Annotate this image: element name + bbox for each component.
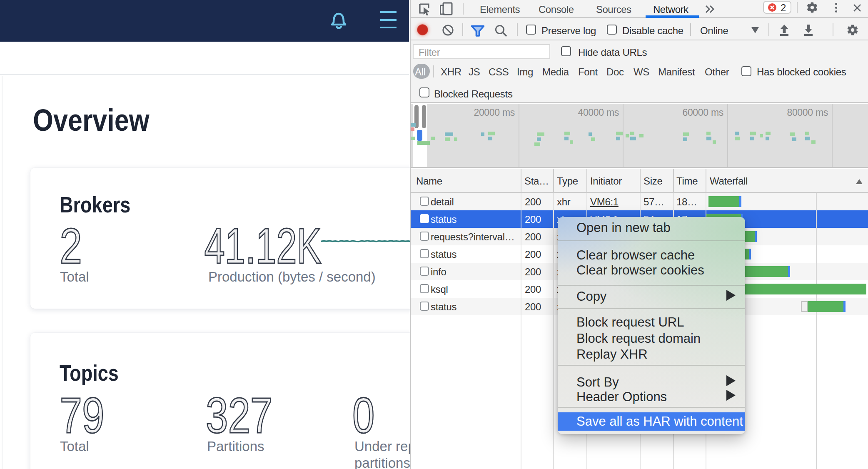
- svg-text:79: 79: [60, 388, 105, 440]
- svg-text:327: 327: [206, 388, 272, 440]
- svg-text:0: 0: [352, 388, 374, 440]
- svg-text:41.12K: 41.12K: [204, 218, 321, 271]
- svg-text:2: 2: [60, 218, 82, 271]
